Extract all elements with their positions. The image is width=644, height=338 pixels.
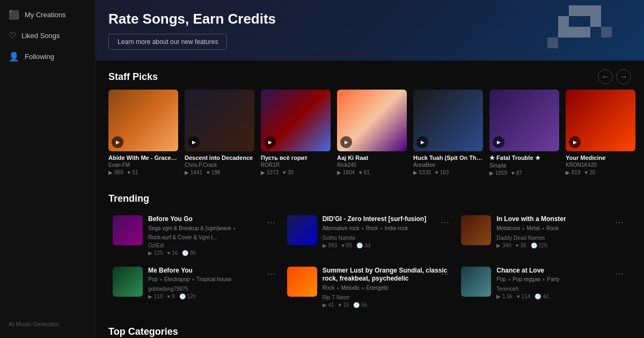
trending-info: In Love with a Monster Metalcore•Metal•R… [496,215,627,248]
trending-likes: ♥ 85 [341,243,352,248]
trending-info: Before You Go Sega vgm & Breakup & [vgm]… [148,215,279,256]
trending-artist: Daddy Dead Names [496,235,627,241]
more-options-button[interactable]: ⋯ [264,268,279,280]
hero-decoration [515,5,623,54]
trending-plays: ▶ 118 [148,293,163,299]
sidebar-label-my-creations: My Creations [25,11,66,19]
genre-tag: Pop [148,276,158,284]
pick-plays: ▶ 819 [566,170,580,175]
staff-pick-card[interactable]: ▶ Abide With Me - Grace Johnson Evan FM … [108,90,178,176]
trending-stats: ▶ 993 ♥ 85 🕐 3d [323,243,453,248]
trending-genres: Sega vgm & Breakup & [vgm]wave•Rock-surf… [148,225,279,240]
trending-likes: ♥ 36 [516,243,526,248]
staff-pick-card[interactable]: ▶ Aaj Ki Raat Rick245 ▶ 1804 ♥ 61 [337,90,407,176]
trending-artist: OziEdi [148,243,279,248]
pick-stats: ▶ 819 ♥ 20 [566,170,635,175]
trending-item[interactable]: In Love with a Monster Metalcore•Metal•R… [457,210,631,261]
more-options-button[interactable]: ⋯ [437,268,452,280]
top-categories-title: Top Categories [108,326,178,337]
svg-rect-3 [558,16,569,27]
staff-pick-card[interactable]: ▶ ★ Fatal Trouble ★ Sirupla ▶ 1859 ♥ 87 [489,90,559,176]
trending-title: Summer Lust by Orange Sundial, classic r… [323,267,453,283]
staff-pick-card[interactable]: ▶ Huck Tuah (Spit On That Thang) AnnaBee… [413,90,483,176]
pick-stats: ▶ 969 ♥ 51 [108,170,178,175]
staff-picks-title: Staff Picks [108,71,158,83]
pick-artist: Evan FM [108,162,178,168]
hero-learn-more-button[interactable]: Learn more about our new features [108,34,227,50]
staff-picks-next-button[interactable]: → [616,69,631,84]
pick-artist: Rick245 [337,162,407,168]
pick-artist: ROR1R [261,162,331,168]
trending-item[interactable]: DID'GI - Zero Interest [surf-fusion] Alt… [283,210,457,261]
play-icon: ▶ [569,136,581,148]
trending-item[interactable]: Summer Lust by Orange Sundial, classic r… [283,261,457,313]
staff-pick-card[interactable]: ▶ Your Medicine KRON1K420 ▶ 819 ♥ 20 [566,90,635,176]
trending-info: Summer Lust by Orange Sundial, classic r… [323,267,453,308]
pick-stats: ▶ 1441 ♥ 198 [185,170,254,175]
genre-tag: Sega vgm & Breakup & [vgm]wave [148,225,231,233]
sidebar-item-my-creations[interactable]: ⬛ My Creations [0,4,95,25]
genre-tag: Rock-surf & Cover & Vgm t... [148,234,217,240]
trending-item[interactable]: Before You Go Sega vgm & Breakup & [vgm]… [108,210,283,261]
more-options-button[interactable]: ⋯ [612,216,627,229]
genre-tag: Party [547,276,559,284]
trending-title: In Love with a Monster [496,215,627,224]
pick-likes: ♥ 87 [511,170,522,176]
pick-thumbnail: ▶ [185,90,254,151]
staff-picks-prev-button[interactable]: ← [598,69,613,84]
trending-genres: Alternative rock•Rock•Indie rock [323,225,453,233]
genre-tag: Metal [526,225,539,233]
trending-plays: ▶ 340 [496,243,511,248]
pick-artist: KRON1K420 [566,162,635,168]
top-categories-header: Top Categories [96,318,644,338]
trending-likes: ♥ 16 [167,250,178,256]
genre-tag: Alternative rock [323,225,360,233]
staff-picks-nav: ← → [598,69,631,84]
pick-thumbnail: ▶ [337,90,407,151]
pick-title: Aaj Ki Raat [337,155,407,161]
trending-info: DID'GI - Zero Interest [surf-fusion] Alt… [323,215,453,248]
more-options-button[interactable]: ⋯ [437,216,452,229]
pick-plays: ▶ 1441 [185,170,202,175]
pick-plays: ▶ 969 [108,170,123,175]
play-icon: ▶ [493,136,504,148]
genre-tag: Rock [366,225,378,233]
trending-stats: ▶ 1.9k ♥ 114 🕐 4d [496,293,627,299]
svg-rect-1 [580,5,590,16]
trending-info: Me Before You Pop•Electropop•Tropical ho… [148,267,279,300]
trending-item[interactable]: Me Before You Pop•Electropop•Tropical ho… [108,261,283,313]
genre-tag: Tropical house [196,276,231,284]
play-icon: ▶ [188,136,200,148]
sidebar-item-following[interactable]: 👤 Following [0,46,95,67]
pick-thumbnail: ▶ [261,90,331,151]
pick-title: Huck Tuah (Spit On That Thang) [413,155,483,161]
trending-item[interactable]: Chance at Love Pop•Pop reggae•Party Tere… [457,261,631,313]
sidebar: ⬛ My Creations ♡ Liked Songs 👤 Following… [0,0,96,338]
trending-time: 🕐 8h [182,250,196,256]
trending-artist: gobtadang79875 [148,286,279,292]
trending-artist: Rip T Neon [323,295,453,300]
genre-tag: Metalcore [496,225,520,233]
staff-pick-card[interactable]: ▶ Descent into Decadence Chris.P.Crack ▶… [185,90,254,176]
trending-artist: Terenceh [496,286,627,292]
genre-tag: Melodic [341,285,360,292]
genre-tag: Energetic [366,285,389,292]
trending-title: Chance at Love [496,267,627,275]
more-options-button[interactable]: ⋯ [612,268,627,280]
sidebar-footer: AI Music Generator [0,314,95,334]
staff-pick-card[interactable]: ▶ Пусть всё горит ROR1R ▶ 1073 ♥ 30 [261,90,331,176]
creations-icon: ⬛ [9,10,19,20]
genre-tag: Electropop [164,276,190,284]
pick-likes: ♥ 61 [359,170,370,175]
trending-likes: ♥ 15 [339,302,349,308]
pick-thumbnail: ▶ [108,90,178,151]
more-options-button[interactable]: ⋯ [264,216,279,229]
genre-tag: Rock [546,225,559,233]
trending-grid: Before You Go Sega vgm & Breakup & [vgm]… [96,210,644,318]
svg-rect-7 [601,27,612,38]
pick-stats: ▶ 1073 ♥ 30 [261,170,331,175]
trending-time: 🕐 3d [356,243,370,248]
trending-time: 🕐 22h [531,243,547,248]
play-icon: ▶ [340,136,352,148]
sidebar-item-liked-songs[interactable]: ♡ Liked Songs [0,25,95,46]
